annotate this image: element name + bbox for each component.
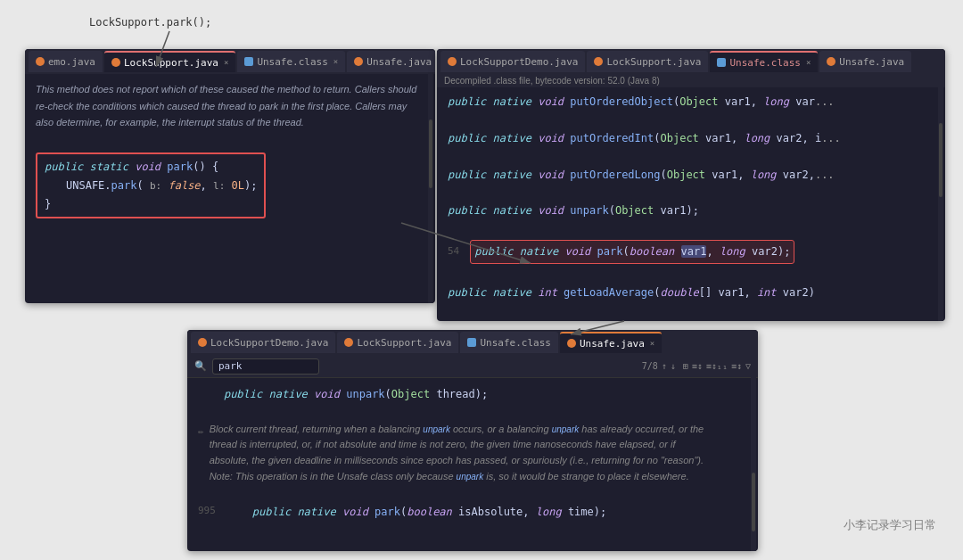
annotation-label: LockSupport.park(); — [89, 16, 211, 29]
final-code-line: public native void park(boolean isAbsolu… — [226, 503, 606, 521]
tab-lockdemo-java[interactable]: LockSupportDemo.java — [440, 51, 585, 72]
close-icon-3[interactable]: × — [806, 58, 811, 67]
final-line-container: 995 public native void park(boolean isAb… — [198, 503, 747, 521]
code-line-getload: public native int getLoadAverage(double[… — [448, 284, 934, 301]
tab-lockdemo-java-3[interactable]: LockSupportDemo.java — [191, 332, 335, 353]
code-line-p2: public native void putOrderedInt(Object … — [448, 129, 934, 147]
search-bar[interactable]: 🔍 7/8 ↑ ↓ ⊞ ≡↕ ≡↕₁₁ ≡↕ ▽ — [187, 355, 758, 378]
code-line-p3: public native void putOrderedLong(Object… — [448, 166, 934, 184]
filter-icon-3[interactable]: ≡↕ — [731, 361, 742, 371]
panel-locksupport: emo.java LockSupport.java × Unsafe.class… — [25, 49, 435, 303]
tab-bar-3[interactable]: LockSupportDemo.java LockSupport.java Un… — [187, 330, 758, 355]
java-icon-2 — [354, 57, 363, 66]
close-icon[interactable]: × — [224, 58, 228, 67]
park-highlighted-line: public native void park(boolean var1, lo… — [470, 240, 794, 263]
code-area-2: public native void putOrderedObject(Obje… — [437, 87, 945, 309]
search-controls: 7/8 ↑ ↓ ⊞ ≡↕ ≡↕₁₁ ≡↕ ▽ — [642, 361, 751, 371]
code-line-1: public static void park() { — [45, 158, 257, 176]
edit-icon[interactable]: ✏ — [198, 424, 204, 441]
java-icon-6 — [198, 338, 207, 347]
tab-unsafe-java-2[interactable]: Unsafe.java — [819, 51, 911, 72]
tab-locksupport-java-3[interactable]: LockSupport.java — [337, 332, 458, 353]
decompiled-notice: Decompiled .class file, bytecode version… — [437, 74, 945, 87]
java-icon-active — [111, 58, 120, 67]
code-area-1: This method does not report which of the… — [25, 74, 435, 229]
tab-unsafe-class-active[interactable]: Unsafe.class × — [710, 51, 818, 72]
tab-unsafe-java-1[interactable]: Unsafe.java — [347, 51, 435, 72]
tab-bar-1[interactable]: emo.java LockSupport.java × Unsafe.class… — [25, 49, 435, 74]
close-icon-4[interactable]: × — [650, 339, 654, 348]
panel-unsafe-java: LockSupportDemo.java LockSupport.java Un… — [187, 330, 758, 551]
highlighted-line-container: 54 public native void park(boolean var1,… — [448, 238, 934, 265]
code-line-unpark: public native void unpark(Object var1); — [448, 202, 934, 219]
java-icon-4 — [594, 57, 603, 66]
tab-locksupport-java[interactable]: LockSupport.java × — [104, 51, 235, 72]
line-number-54: 54 — [448, 243, 459, 260]
tab-unsafe-class-3[interactable]: Unsafe.class — [460, 332, 557, 353]
nav-down-icon[interactable]: ↓ — [671, 361, 676, 371]
search-icon: 🔍 — [194, 360, 207, 372]
code-area-3: public native void unpark(Object thread)… — [187, 378, 758, 528]
code-unpark-thread: public native void unpark(Object thread)… — [198, 385, 747, 403]
javadoc-comment: Block current thread, returning when a b… — [210, 422, 709, 484]
panel-unsafe-class: LockSupportDemo.java LockSupport.java Un… — [437, 49, 945, 321]
search-input[interactable] — [212, 358, 319, 375]
java-icon-7 — [344, 338, 353, 347]
tab-emo-java[interactable]: emo.java — [29, 51, 103, 72]
tab-locksupport-java-2[interactable]: LockSupport.java — [587, 51, 708, 72]
java-icon — [36, 57, 45, 66]
java-icon-5 — [827, 57, 835, 66]
match-count: 7/8 — [642, 361, 658, 371]
options-icon[interactable]: ⊞ — [683, 361, 688, 371]
java-icon-3 — [448, 57, 457, 66]
class-icon-active — [717, 58, 726, 67]
close-icon-2[interactable]: × — [333, 57, 338, 66]
tab-bar-2[interactable]: LockSupportDemo.java LockSupport.java Un… — [437, 49, 945, 74]
doc-comment-container: ✏ Block current thread, returning when a… — [198, 422, 747, 484]
code-line-2: UNSAFE.park( b: false, l: 0L); — [45, 177, 257, 195]
nav-up-icon[interactable]: ↑ — [662, 361, 667, 371]
java-icon-8 — [567, 339, 576, 348]
filter-icon-2[interactable]: ≡↕₁₁ — [706, 361, 728, 371]
class-icon — [244, 57, 253, 66]
class-icon-2 — [467, 338, 476, 347]
watermark-text: 小李记录学习日常 — [844, 517, 936, 533]
code-block-park: public static void park() { UNSAFE.park(… — [36, 152, 266, 218]
tab-unsafe-class-1[interactable]: Unsafe.class × — [237, 51, 345, 72]
code-line-p1: public native void putOrderedObject(Obje… — [448, 93, 934, 111]
comment-text: This method does not report which of the… — [36, 81, 424, 131]
filter-icon[interactable]: ≡↕ — [692, 361, 703, 371]
code-line-3: } — [45, 195, 257, 213]
line-number-995: 995 — [198, 503, 216, 520]
tab-unsafe-java-active[interactable]: Unsafe.java × — [560, 332, 662, 353]
